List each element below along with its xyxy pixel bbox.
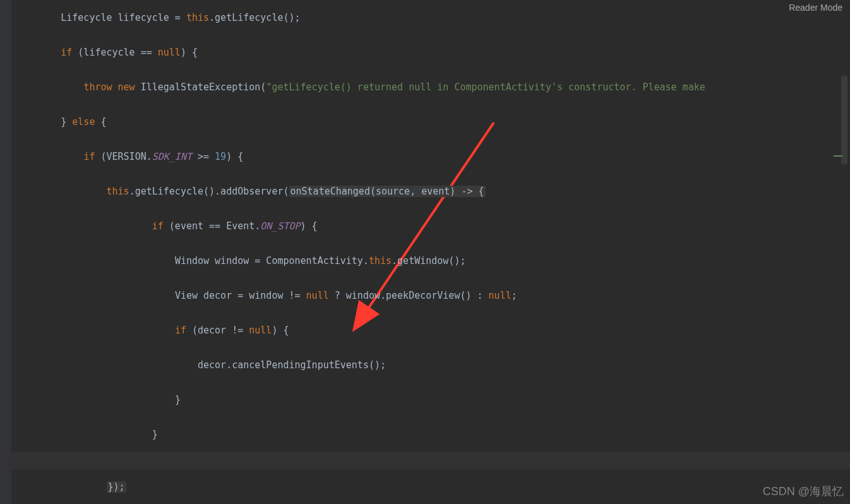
code-line[interactable]: Lifecycle lifecycle = this.getLifecycle(… <box>15 9 850 27</box>
code-line[interactable]: } else { <box>15 114 850 131</box>
code-line[interactable]: if (event == Event.ON_STOP) { <box>15 218 850 236</box>
code-line[interactable]: }); <box>15 479 850 496</box>
code-line[interactable]: View decor = window != null ? window.pee… <box>15 287 850 305</box>
code-area[interactable]: Lifecycle lifecycle = this.getLifecycle(… <box>0 9 850 504</box>
caret-line-highlight <box>11 452 850 469</box>
code-line[interactable]: throw new IllegalStateException("getLife… <box>15 79 850 97</box>
code-line[interactable]: if (VERSION.SDK_INT >= 19) { <box>15 148 850 166</box>
code-line[interactable]: } <box>15 426 850 444</box>
code-line[interactable]: Window window = ComponentActivity.this.g… <box>15 253 850 270</box>
code-line[interactable]: if (lifecycle == null) { <box>15 44 850 62</box>
editor-gutter <box>0 0 11 504</box>
code-line[interactable]: this.getLifecycle().addObserver(onStateC… <box>15 183 850 201</box>
code-line[interactable]: if (decor != null) { <box>15 322 850 340</box>
code-line[interactable]: } <box>15 392 850 409</box>
code-editor[interactable]: Lifecycle lifecycle = this.getLifecycle(… <box>0 0 850 504</box>
code-line[interactable]: decor.cancelPendingInputEvents(); <box>15 357 850 375</box>
